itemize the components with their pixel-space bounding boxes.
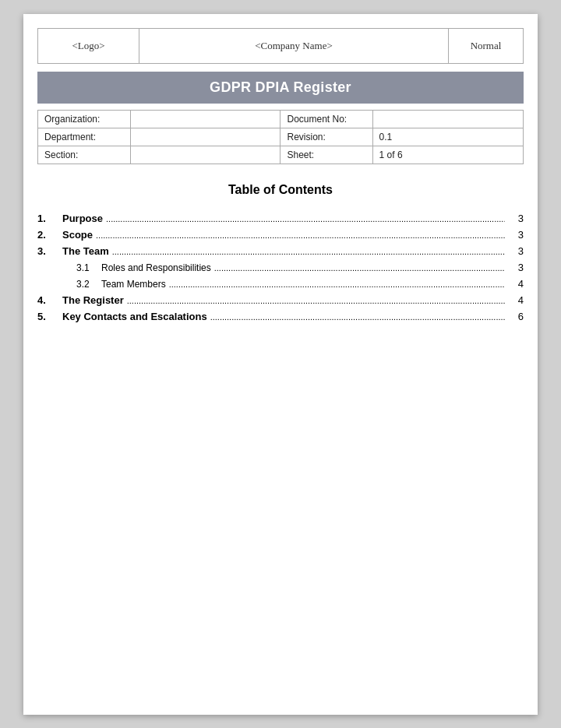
section-value: [130, 146, 280, 164]
section-label: Section:: [38, 146, 131, 164]
toc-number-3-1: 3.1: [76, 262, 101, 273]
docno-label: Document No:: [280, 111, 372, 128]
toc-page-3: 3: [508, 245, 524, 257]
toc-number-2: 2.: [37, 229, 62, 241]
toc-number-3: 3.: [37, 245, 62, 257]
toc-dots-3-2: [169, 278, 505, 290]
header-bar: <Logo> <Company Name> Normal: [37, 28, 524, 64]
toc-item-2: 2. Scope 3: [37, 229, 524, 241]
style-cell: Normal: [449, 29, 523, 63]
toc-label-2: Scope: [62, 229, 93, 241]
toc-page-4: 4: [508, 294, 524, 306]
info-table: Organization: Document No: Department: R…: [37, 110, 524, 164]
toc-label-5: Key Contacts and Escalations: [62, 311, 207, 322]
company-cell: <Company Name>: [139, 29, 449, 63]
logo-label: <Logo>: [72, 40, 104, 52]
toc-item-5: 5. Key Contacts and Escalations 6: [37, 311, 524, 322]
toc-page-1: 3: [508, 213, 524, 224]
toc-item-3: 3. The Team 3: [37, 245, 524, 257]
toc-page-3-1: 3: [508, 262, 524, 273]
toc-label-3-1: Roles and Responsibilities: [101, 262, 211, 273]
org-value: [130, 111, 280, 128]
toc-dots-3: [112, 245, 505, 257]
toc-list: 1. Purpose 3 2. Scope 3 3. The Team 3: [37, 213, 524, 322]
toc-number-5: 5.: [37, 311, 62, 322]
toc-number-4: 4.: [37, 294, 62, 306]
toc-title: Table of Contents: [37, 183, 524, 197]
org-label: Organization:: [38, 111, 131, 128]
toc-item-3-1: 3.1 Roles and Responsibilities 3: [37, 262, 524, 273]
logo-cell: <Logo>: [38, 29, 139, 63]
info-row-2: Department: Revision: 0.1: [38, 128, 524, 146]
toc-page-5: 6: [508, 311, 524, 322]
toc-number-3-2: 3.2: [76, 279, 101, 290]
toc-dots-4: [127, 294, 505, 306]
toc-item-3-2: 3.2 Team Members 4: [37, 278, 524, 290]
dept-label: Department:: [38, 128, 131, 146]
toc-page-2: 3: [508, 229, 524, 241]
toc-dots-1: [106, 213, 505, 224]
info-row-1: Organization: Document No:: [38, 111, 524, 128]
info-row-3: Section: Sheet: 1 of 6: [38, 146, 524, 164]
company-label: <Company Name>: [255, 40, 333, 52]
toc-number-1: 1.: [37, 213, 62, 224]
document-page: <Logo> <Company Name> Normal GDPR DPIA R…: [23, 14, 538, 715]
toc-dots-3-1: [214, 262, 505, 273]
toc-label-1: Purpose: [62, 213, 103, 224]
dept-value: [130, 128, 280, 146]
revision-label: Revision:: [280, 128, 372, 146]
toc-item-1: 1. Purpose 3: [37, 213, 524, 224]
toc-label-3: The Team: [62, 245, 109, 257]
revision-value: 0.1: [372, 128, 523, 146]
toc-label-3-2: Team Members: [101, 279, 166, 290]
toc-dots-2: [96, 229, 505, 241]
toc-item-4: 4. The Register 4: [37, 294, 524, 306]
document-title: GDPR DPIA Register: [45, 79, 516, 96]
toc-dots-5: [210, 311, 505, 322]
toc-page-3-2: 4: [508, 278, 524, 290]
style-label: Normal: [471, 40, 502, 52]
sheet-value: 1 of 6: [372, 146, 523, 164]
docno-value: [372, 111, 523, 128]
toc-label-4: The Register: [62, 294, 124, 306]
sheet-label: Sheet:: [280, 146, 372, 164]
title-banner: GDPR DPIA Register: [37, 72, 524, 104]
content-area: Table of Contents 1. Purpose 3 2. Scope …: [37, 183, 524, 322]
